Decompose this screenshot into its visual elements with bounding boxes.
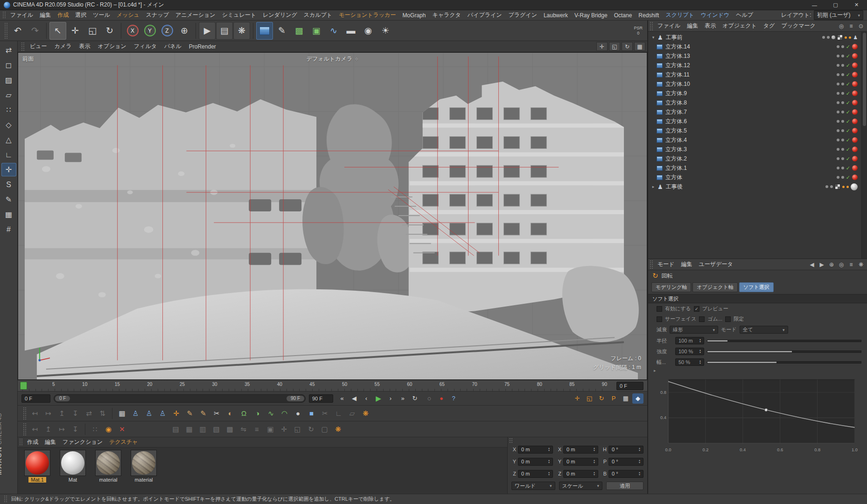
spin-down-icon[interactable]: ▾ [639, 449, 640, 452]
checkbox[interactable]: ✓ [694, 306, 699, 312]
material-tag-icon[interactable] [852, 81, 858, 87]
autokeying-button[interactable]: ? [448, 393, 459, 404]
floor-button[interactable]: ▬ [343, 22, 359, 40]
array-tool[interactable]: ▤ [169, 423, 182, 435]
world-system-dropdown[interactable]: ワールド ▾ [511, 482, 555, 490]
normal-rotate-tool[interactable]: ↻ [305, 423, 317, 435]
editor-visibility-dot[interactable] [837, 176, 839, 179]
symmetry-tool[interactable]: ⇋ [237, 423, 250, 435]
goto-end-button[interactable]: » [397, 393, 408, 404]
viewport-menu-item[interactable]: フィルタ [130, 41, 161, 52]
texture-mode-button[interactable]: ▨ [1, 73, 16, 87]
material-tag-icon[interactable] [852, 91, 858, 96]
normal-move-tool[interactable]: ✛ [278, 423, 290, 435]
enabled-check-icon[interactable]: ✓ [846, 91, 850, 97]
editor-visibility-dot[interactable] [837, 148, 839, 151]
preview-range-slider[interactable]: 0 F 90 F [54, 394, 306, 403]
record-scale-toggle[interactable]: ◱ [584, 393, 595, 404]
timeline-mode-icon[interactable]: ↤ [28, 423, 41, 435]
workplane-tool[interactable]: ▱ [346, 407, 358, 420]
mirror-tool[interactable]: ◑ [251, 407, 264, 420]
bake-tool[interactable]: ▣ [264, 423, 277, 435]
menubar-item[interactable]: Laubwerk [540, 11, 571, 20]
range-start-handle[interactable]: 0 F [55, 396, 70, 401]
object-row[interactable]: 立方体.4✓ [648, 135, 861, 145]
material-swatch[interactable] [24, 450, 50, 476]
coordinate-value-field[interactable]: 0 m▴▾ [563, 458, 598, 466]
motion-mode-icon[interactable]: ↧ [69, 423, 82, 435]
render-visibility-dot[interactable] [841, 139, 844, 141]
sculpt-knife-brush[interactable]: ✂ [210, 407, 223, 420]
material-tag-icon[interactable] [852, 119, 858, 124]
spin-down-icon[interactable]: ▾ [548, 462, 550, 464]
snap-toggle-button[interactable]: S [1, 178, 16, 191]
playhead-marker[interactable] [20, 382, 27, 390]
spline-primitive-button[interactable]: ∿ [325, 22, 342, 40]
object-manager-menu-item[interactable]: 編集 [684, 21, 701, 31]
enabled-check-icon[interactable]: ✓ [846, 119, 850, 125]
attribute-tab[interactable]: ソフト選択 [739, 282, 774, 292]
enabled-check-icon[interactable]: ✓ [846, 175, 850, 181]
y-axis-lock[interactable]: Y [141, 22, 158, 40]
edges-mode-button[interactable]: ◇ [1, 118, 16, 132]
joint-tool[interactable]: ↥ [56, 407, 68, 420]
enable-axis-button[interactable]: ✛ [1, 163, 16, 176]
python-tag-tool[interactable]: ≡ [251, 423, 263, 435]
split-tool[interactable]: ✂ [319, 407, 331, 420]
editor-visibility-dot[interactable] [837, 55, 839, 57]
menubar-item[interactable]: ファイル [7, 10, 36, 21]
filter-icon[interactable]: ≡ [847, 22, 855, 30]
search-icon[interactable]: ◎ [837, 260, 846, 269]
panel-grip[interactable] [21, 42, 24, 50]
object-row[interactable]: 立方体.1✓ [648, 163, 861, 173]
layout-select[interactable]: 初期 (ユーザ) ▾ [814, 10, 863, 20]
previous-key-button[interactable]: ◀ [349, 393, 360, 404]
scrollbar-thumb[interactable] [863, 33, 866, 126]
attribute-menu-item[interactable]: モード [654, 259, 678, 270]
render-visibility-dot[interactable] [827, 36, 830, 39]
selection-tag-icon[interactable] [842, 186, 845, 188]
curve-collapse-icon[interactable]: ▸ [648, 367, 867, 373]
render-visibility-dot[interactable] [841, 167, 844, 169]
coordinate-value-field[interactable]: 0 °▴▾ [608, 470, 643, 478]
editor-visibility-dot[interactable] [837, 45, 839, 48]
panel-grip[interactable] [509, 438, 512, 442]
end-frame-field[interactable]: 90 F [309, 394, 333, 403]
boole-tool[interactable]: ▦ [183, 423, 196, 435]
panel-grip[interactable] [19, 438, 22, 446]
enabled-check-icon[interactable]: ✓ [846, 72, 850, 78]
material-tag-icon[interactable] [852, 128, 858, 133]
interactive-render-region[interactable]: ▦ [116, 407, 128, 420]
spin-down-icon[interactable]: ▾ [594, 449, 595, 452]
weight-tool[interactable]: ↧ [69, 407, 82, 420]
panel-grip[interactable] [650, 21, 653, 30]
editor-visibility-dot[interactable] [837, 139, 839, 141]
menubar-item[interactable]: メッシュ [113, 10, 143, 21]
camera-button[interactable]: ◉ [360, 22, 377, 40]
panel-grip[interactable] [4, 495, 7, 503]
previous-frame-button[interactable]: ‹ [361, 393, 372, 404]
move-tool[interactable]: ✛ [67, 22, 84, 40]
material-tag-icon[interactable] [852, 175, 858, 180]
material-tag-icon[interactable] [852, 72, 858, 77]
search-icon[interactable]: ◎ [837, 22, 846, 30]
display-tag-icon[interactable] [832, 35, 835, 39]
history-forward-icon[interactable]: ▶ [818, 260, 826, 269]
menubar-item[interactable]: プラグイン [505, 10, 540, 21]
texture-tag-icon[interactable] [837, 35, 843, 40]
material-preview-tag-icon[interactable] [851, 183, 858, 190]
object-row[interactable]: 立方体.2✓ [648, 154, 861, 163]
viewport-menu-item[interactable]: 表示 [75, 41, 94, 52]
object-row[interactable]: ▾♟工事前♟ [648, 33, 861, 42]
menubar-item[interactable]: シミュレート [219, 10, 259, 21]
render-visibility-dot[interactable] [841, 92, 844, 95]
axis-center-tool[interactable]: ∟ [332, 407, 345, 420]
next-frame-button[interactable]: › [385, 393, 396, 404]
motion-clip-slider[interactable]: ◉ [102, 423, 115, 435]
editor-visibility-dot[interactable] [822, 36, 825, 39]
editor-visibility-dot[interactable] [837, 92, 839, 95]
viewport-menu-item[interactable]: ProRender [185, 42, 220, 51]
fcurve-mode-icon[interactable]: ↥ [42, 423, 55, 435]
loop-button[interactable]: ↻ [409, 393, 420, 404]
material-tag-icon[interactable] [852, 100, 858, 105]
